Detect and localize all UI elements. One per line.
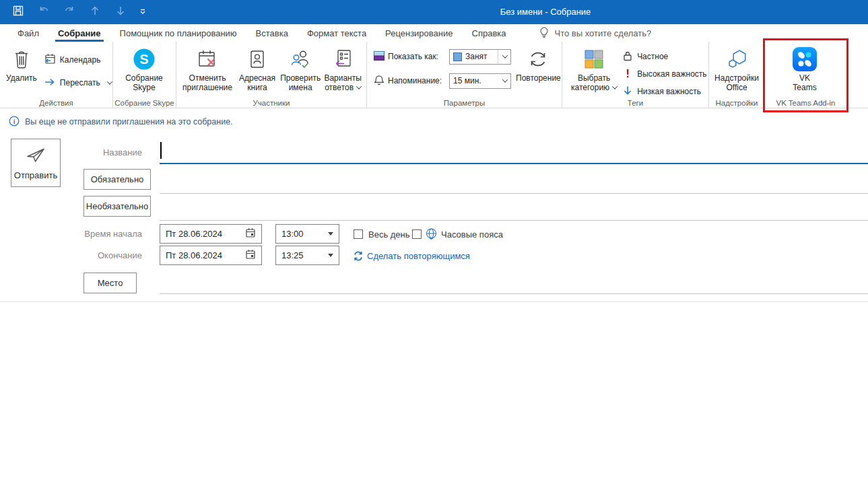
dropdown-arrow-icon — [328, 232, 333, 236]
private-button[interactable]: Частное — [620, 49, 708, 64]
address-book-button[interactable]: Адресная книга — [236, 46, 279, 94]
move-up-button[interactable] — [82, 0, 108, 24]
tab-review[interactable]: Рецензирование — [376, 24, 462, 42]
skype-label-2: Skype — [133, 83, 155, 92]
group-label-actions: Действия — [0, 99, 112, 107]
cancel-invitation-button[interactable]: Отменить приглашение — [179, 46, 236, 94]
response-options-icon — [333, 47, 353, 71]
make-recurring-link[interactable]: Сделать повторяющимся — [367, 251, 470, 261]
ribbon-group-participants: Отменить приглашение Адресная книга — [176, 42, 367, 108]
customize-qat-icon — [139, 6, 147, 18]
chevron-down-icon — [502, 52, 508, 58]
title-input[interactable] — [160, 163, 868, 164]
quick-access-toolbar — [0, 0, 152, 24]
end-time-picker[interactable]: 13:25 — [275, 246, 339, 265]
show-as-dropdown[interactable]: Занят — [449, 49, 511, 65]
tab-help[interactable]: Справка — [463, 24, 516, 42]
location-button[interactable]: Место — [84, 273, 137, 293]
check-names-label-2: имена — [289, 83, 312, 92]
svg-text:i: i — [13, 118, 15, 124]
ribbon-group-actions: Удалить Календарь — [0, 42, 113, 108]
response-options-button[interactable]: Варианты ответов — [322, 46, 364, 94]
calendar-button[interactable]: Календарь — [42, 52, 114, 67]
group-label-options: Параметры — [367, 99, 562, 107]
vk-teams-label-1: VK — [799, 73, 810, 83]
all-day-label: Весь день — [368, 229, 410, 240]
calendar-picker-icon[interactable] — [245, 249, 256, 262]
show-as-value: Занят — [465, 52, 488, 61]
reminder-dropdown[interactable]: 15 мин. — [449, 73, 511, 89]
skype-icon: S — [133, 47, 156, 71]
vk-teams-label-2: Teams — [793, 83, 816, 92]
busy-status-swatch — [453, 52, 462, 61]
time-zones-label: Часовые пояса — [441, 229, 503, 240]
reminder-label: Напоминание: — [388, 76, 446, 85]
optional-attendees-input[interactable] — [160, 220, 868, 221]
undo-button[interactable] — [31, 0, 57, 24]
customize-qat-button[interactable] — [133, 0, 152, 24]
group-label-addins: Надстройки — [709, 99, 764, 107]
reminder-bell-icon — [374, 75, 385, 87]
save-icon — [12, 5, 24, 20]
skype-meeting-button[interactable]: S Собрание Skype — [116, 46, 172, 94]
tab-file[interactable]: Файл — [8, 24, 48, 42]
address-book-label-1: Адресная — [239, 73, 275, 83]
vk-teams-button[interactable]: VK Teams — [768, 46, 842, 94]
calendar-icon — [44, 53, 56, 67]
move-down-button[interactable] — [108, 0, 133, 24]
categorize-icon — [584, 47, 604, 71]
send-button[interactable]: Отправить — [11, 139, 61, 187]
categorize-label-2: категорию — [571, 83, 609, 92]
categorize-button[interactable]: Выбрать категорию — [568, 46, 620, 99]
save-button[interactable] — [5, 0, 31, 24]
check-names-label-1: Проверить — [280, 73, 321, 83]
delete-label: Удалить — [6, 73, 37, 83]
forward-button[interactable]: Переслать — [42, 75, 114, 90]
address-book-label-2: книга — [247, 83, 267, 92]
tab-meeting[interactable]: Собрание — [48, 24, 110, 42]
time-zones-checkbox[interactable] — [412, 229, 422, 239]
low-importance-button[interactable]: Низкая важность — [620, 84, 708, 99]
start-time-picker[interactable]: 13:00 — [275, 224, 339, 244]
group-label-skype: Собрание Skype — [113, 99, 176, 107]
reminder-value: 15 мин. — [453, 76, 481, 85]
tab-scheduling-assistant[interactable]: Помощник по планированию — [110, 24, 246, 42]
start-date-picker[interactable]: Пт 28.06.2024 — [160, 224, 262, 244]
low-importance-icon — [622, 85, 633, 98]
end-date-picker[interactable]: Пт 28.06.2024 — [160, 246, 262, 265]
group-label-vkteams: VK Teams Add-in — [765, 99, 846, 107]
required-attendees-button[interactable]: Обязательно — [84, 169, 151, 190]
send-icon — [26, 145, 46, 166]
forward-arrow-icon — [44, 77, 56, 89]
cancel-invitation-icon — [197, 47, 218, 71]
make-recurring-icon — [353, 251, 364, 264]
globe-icon — [425, 227, 438, 243]
tell-me-label: Что вы хотите сделать? — [555, 28, 652, 38]
tell-me-box[interactable]: Что вы хотите сделать? — [539, 24, 652, 42]
ribbon-group-skype: S Собрание Skype Собрание Skype — [113, 42, 176, 108]
required-attendees-input[interactable] — [160, 193, 868, 194]
office-addins-button[interactable]: Надстройки Office — [712, 46, 762, 94]
recurrence-button[interactable]: Повторение — [512, 46, 564, 89]
calendar-label: Календарь — [60, 55, 101, 65]
location-input[interactable] — [160, 293, 868, 294]
info-icon: i — [9, 116, 20, 129]
lightbulb-icon — [539, 26, 549, 40]
all-day-checkbox[interactable] — [354, 229, 363, 239]
tab-format-text[interactable]: Формат текста — [298, 24, 376, 42]
optional-attendees-button[interactable]: Необязательно — [84, 196, 151, 217]
calendar-picker-icon[interactable] — [245, 227, 256, 240]
arrow-up-icon — [89, 5, 101, 20]
show-as-icon — [374, 51, 385, 63]
tab-insert[interactable]: Вставка — [246, 24, 298, 42]
chevron-down-icon — [612, 83, 617, 89]
chevron-down-icon — [502, 77, 508, 82]
redo-button[interactable] — [57, 0, 82, 24]
recurrence-label: Повторение — [516, 73, 561, 83]
required-attendees-label: Обязательно — [91, 174, 144, 184]
check-names-button[interactable]: Проверить имена — [279, 46, 322, 94]
delete-button[interactable]: Удалить — [3, 46, 40, 84]
high-importance-button[interactable]: ! Высокая важность — [620, 67, 708, 81]
office-addins-icon — [725, 47, 748, 71]
recurrence-icon — [527, 47, 549, 71]
